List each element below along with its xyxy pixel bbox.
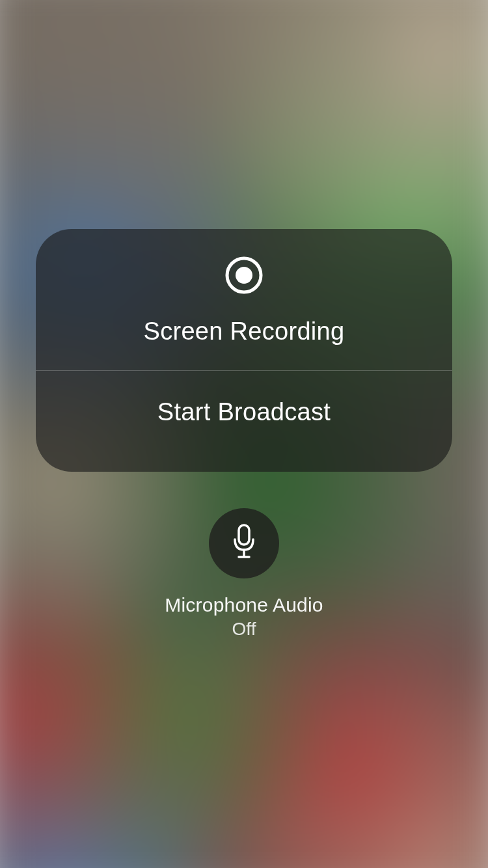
start-broadcast-button[interactable]: Start Broadcast [36,371,452,472]
panel-header: Screen Recording [36,229,452,370]
svg-rect-2 [239,525,249,545]
microphone-label: Microphone Audio [165,594,323,616]
record-icon [225,256,263,318]
microphone-toggle-button[interactable] [209,508,279,578]
microphone-section: Microphone Audio Off [165,508,323,640]
action-label: Start Broadcast [157,398,331,426]
microphone-icon [231,524,257,563]
svg-point-1 [236,267,252,284]
microphone-status: Off [232,619,256,640]
screen-recording-panel: Screen Recording Start Broadcast [36,229,452,472]
control-overlay[interactable]: Screen Recording Start Broadcast Microph… [0,0,488,868]
panel-title: Screen Recording [144,318,345,346]
